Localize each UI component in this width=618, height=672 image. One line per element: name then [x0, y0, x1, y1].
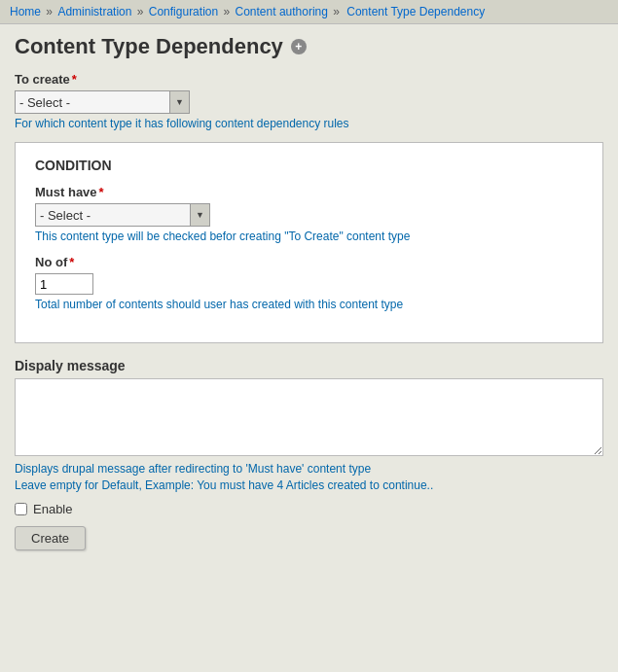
no-of-label: No of* — [35, 255, 583, 269]
create-button[interactable]: Create — [15, 526, 86, 550]
must-have-description: This content type will be checked befor … — [35, 230, 583, 243]
enable-checkbox[interactable] — [15, 503, 27, 515]
condition-box: CONDITION Must have* - Select - This con… — [15, 142, 603, 343]
to-create-description: For which content type it has following … — [15, 117, 603, 130]
must-have-label: Must have* — [35, 185, 583, 199]
breadcrumb-home[interactable]: Home — [10, 5, 41, 18]
enable-label: Enable — [33, 502, 72, 516]
display-message-desc2: Leave empty for Default, Example: You mu… — [15, 478, 603, 492]
page-header: Content Type Dependency + — [0, 24, 618, 67]
no-of-description: Total number of contents should user has… — [35, 298, 583, 311]
breadcrumb-content-authoring[interactable]: Content authoring — [236, 5, 328, 18]
to-create-select[interactable]: - Select - — [15, 90, 170, 114]
to-create-select-wrapper: - Select - — [15, 90, 603, 114]
no-of-input[interactable] — [35, 273, 93, 295]
breadcrumb: Home » Administration » Configuration » … — [0, 0, 618, 24]
breadcrumb-administration[interactable]: Administration — [57, 5, 131, 18]
page-title: Content Type Dependency — [15, 34, 283, 59]
display-message-textarea[interactable] — [15, 378, 603, 456]
must-have-field-group: Must have* - Select - This content type … — [35, 185, 583, 243]
enable-row: Enable — [15, 502, 603, 516]
condition-title: CONDITION — [35, 158, 583, 173]
display-message-label: Dispaly message — [15, 358, 603, 373]
main-content: To create* - Select - For which content … — [0, 67, 618, 565]
must-have-select[interactable]: - Select - — [35, 203, 191, 227]
to-create-label: To create* — [15, 72, 603, 87]
breadcrumb-configuration[interactable]: Configuration — [149, 5, 218, 18]
no-of-field-group: No of* Total number of contents should u… — [35, 255, 583, 311]
breadcrumb-current: Content Type Dependency — [346, 5, 485, 18]
display-message-box: Dispaly message Displays drupal message … — [15, 358, 603, 492]
must-have-select-arrow[interactable] — [191, 203, 210, 227]
must-have-select-wrapper: - Select - — [35, 203, 583, 227]
add-new-icon[interactable]: + — [291, 39, 307, 54]
to-create-select-arrow[interactable] — [170, 90, 190, 114]
to-create-field-group: To create* - Select - For which content … — [15, 72, 603, 130]
display-message-desc1: Displays drupal message after redirectin… — [15, 462, 603, 476]
